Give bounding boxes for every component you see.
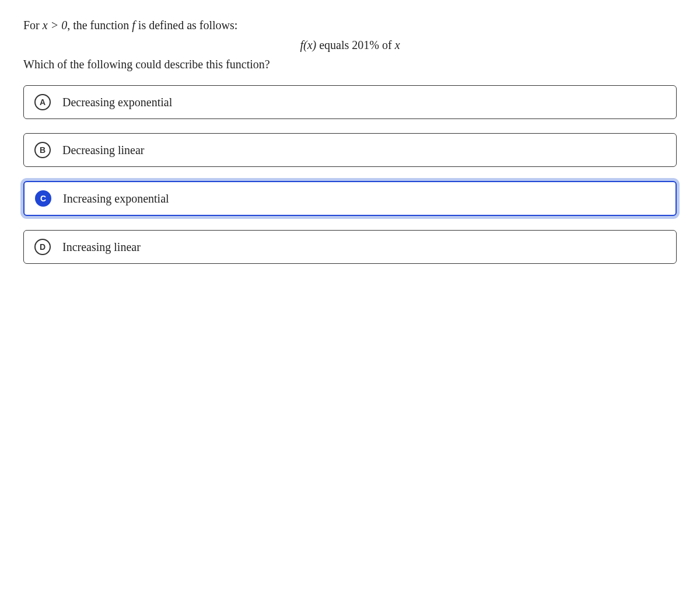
choice-text: Increasing linear: [62, 241, 141, 254]
choice-letter: B: [34, 142, 51, 158]
stem-condition: x > 0: [43, 19, 67, 32]
choice-text: Decreasing linear: [62, 144, 144, 157]
stem-suffix: is defined as follows:: [135, 19, 238, 32]
choice-letter: C: [35, 190, 51, 207]
eq-pct: 201%: [352, 39, 379, 51]
question-prompt: Which of the following could describe th…: [23, 58, 677, 71]
question-equation: f(x) equals 201% of x: [23, 39, 677, 52]
choice-text: Decreasing exponential: [62, 96, 172, 109]
stem-mid: , the function: [67, 19, 132, 32]
eq-suffix: of: [379, 39, 395, 51]
choice-b[interactable]: B Decreasing linear: [23, 133, 677, 167]
choice-c[interactable]: C Increasing exponential: [23, 181, 677, 216]
eq-mid: equals: [316, 39, 352, 51]
stem-prefix: For: [23, 19, 43, 32]
choice-text: Increasing exponential: [63, 192, 169, 205]
choice-letter: D: [34, 239, 51, 255]
answer-choices: A Decreasing exponential B Decreasing li…: [23, 85, 677, 264]
choice-d[interactable]: D Increasing linear: [23, 230, 677, 264]
eq-lhs: f(x): [300, 39, 316, 51]
choice-letter: A: [34, 94, 51, 110]
question-stem-line1: For x > 0, the function f is defined as …: [23, 16, 677, 34]
choice-a[interactable]: A Decreasing exponential: [23, 85, 677, 119]
eq-var: x: [395, 39, 400, 51]
